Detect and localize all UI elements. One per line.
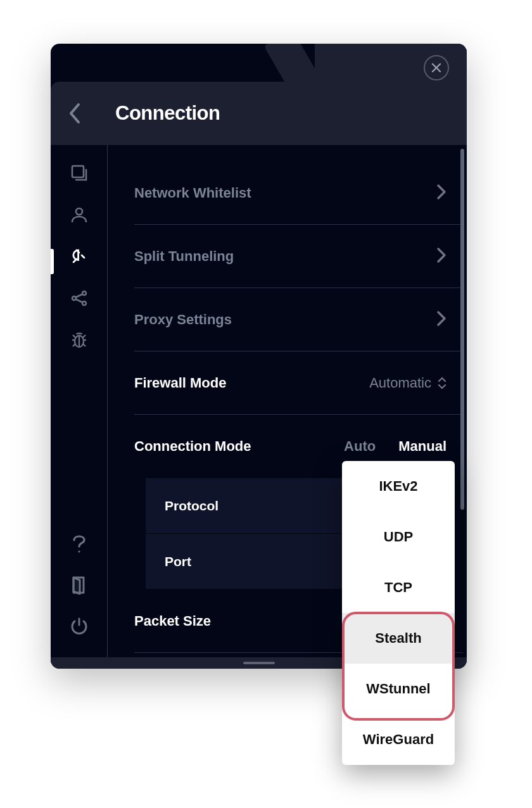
chevron-right-icon bbox=[436, 184, 446, 203]
protocol-dropdown: IKEv2 UDP TCP Stealth WStunnel WireGuard bbox=[342, 461, 455, 765]
row-label: Packet Size bbox=[134, 613, 211, 629]
svg-line-7 bbox=[75, 294, 82, 298]
row-label: Network Whitelist bbox=[134, 185, 251, 201]
user-icon bbox=[70, 206, 88, 224]
sidebar-item-connection[interactable] bbox=[68, 245, 91, 268]
share-icon bbox=[70, 289, 88, 307]
svg-point-4 bbox=[72, 296, 76, 300]
svg-point-17 bbox=[78, 550, 80, 552]
sidebar-item-account[interactable] bbox=[68, 203, 91, 226]
firewall-mode-value-text: Automatic bbox=[369, 375, 431, 391]
sidebar-item-help[interactable] bbox=[68, 533, 91, 556]
sidebar-item-general[interactable] bbox=[68, 161, 91, 184]
header-bar: Connection bbox=[51, 82, 467, 145]
subrow-label: Port bbox=[165, 554, 191, 569]
power-icon bbox=[70, 617, 88, 634]
row-label: Connection Mode bbox=[134, 438, 251, 455]
chevron-left-icon bbox=[68, 102, 82, 125]
logout-icon bbox=[71, 576, 87, 595]
row-split-tunneling[interactable]: Split Tunneling bbox=[134, 225, 463, 288]
protocol-option-tcp[interactable]: TCP bbox=[342, 562, 455, 613]
connection-mode-toggle: Auto Manual bbox=[344, 438, 446, 455]
firewall-mode-value[interactable]: Automatic bbox=[369, 375, 446, 391]
connection-mode-auto[interactable]: Auto bbox=[344, 438, 376, 455]
row-network-whitelist[interactable]: Network Whitelist bbox=[134, 161, 463, 225]
connection-mode-manual[interactable]: Manual bbox=[398, 438, 446, 455]
question-icon bbox=[72, 535, 86, 554]
row-label: Split Tunneling bbox=[134, 248, 234, 265]
svg-line-13 bbox=[73, 335, 75, 338]
svg-point-3 bbox=[76, 208, 82, 215]
protocol-option-stealth[interactable]: Stealth bbox=[342, 613, 455, 664]
sidebar-bottom-icons bbox=[51, 533, 107, 637]
svg-line-15 bbox=[73, 344, 75, 346]
subrow-label: Protocol bbox=[165, 498, 218, 514]
sidebar-item-share[interactable] bbox=[68, 287, 91, 310]
square-stack-icon bbox=[70, 164, 88, 182]
sidebar-item-power[interactable] bbox=[68, 614, 91, 637]
chevron-right-icon bbox=[436, 247, 446, 266]
protocol-option-wireguard[interactable]: WireGuard bbox=[342, 714, 455, 765]
back-button[interactable] bbox=[68, 102, 82, 125]
svg-point-6 bbox=[82, 301, 86, 305]
bug-icon bbox=[70, 331, 88, 349]
page-title: Connection bbox=[115, 102, 220, 125]
protocol-option-udp[interactable]: UDP bbox=[342, 512, 455, 562]
panel-header: ESC Connection bbox=[51, 44, 467, 145]
protocol-option-wstunnel[interactable]: WStunnel bbox=[342, 664, 455, 714]
scrollbar-thumb[interactable] bbox=[460, 149, 464, 510]
close-icon bbox=[431, 62, 442, 73]
row-label: Firewall Mode bbox=[134, 375, 226, 391]
drag-handle[interactable] bbox=[243, 662, 275, 664]
row-label: Proxy Settings bbox=[134, 312, 232, 328]
chevron-right-icon bbox=[436, 310, 446, 329]
svg-rect-2 bbox=[72, 166, 84, 177]
sidebar-item-logout[interactable] bbox=[68, 574, 91, 597]
close-button[interactable] bbox=[424, 55, 449, 80]
protocol-option-ikev2[interactable]: IKEv2 bbox=[342, 461, 455, 512]
row-firewall-mode[interactable]: Firewall Mode Automatic bbox=[134, 351, 463, 415]
sidebar-item-debug[interactable] bbox=[68, 329, 91, 351]
row-proxy-settings[interactable]: Proxy Settings bbox=[134, 288, 463, 351]
plug-icon bbox=[70, 247, 89, 266]
sidebar-active-marker bbox=[51, 249, 54, 274]
svg-line-16 bbox=[83, 344, 86, 346]
svg-line-8 bbox=[75, 300, 82, 303]
svg-line-14 bbox=[83, 335, 86, 338]
svg-point-5 bbox=[82, 291, 86, 295]
sidebar bbox=[51, 145, 108, 669]
up-down-icon bbox=[438, 377, 446, 389]
